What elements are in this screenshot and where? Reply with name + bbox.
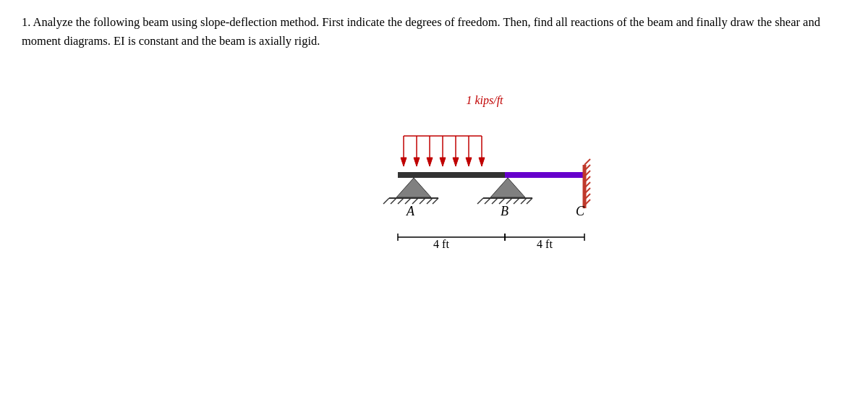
support-a bbox=[383, 178, 438, 204]
svg-line-22 bbox=[405, 198, 411, 204]
svg-line-33 bbox=[506, 198, 512, 204]
node-a-label: A bbox=[406, 204, 415, 218]
beam-diagram: A B C 4 ft 4 ft bbox=[347, 114, 622, 331]
page: 1. Analyze the following beam using slop… bbox=[0, 0, 868, 402]
node-c-label: C bbox=[576, 204, 585, 218]
svg-line-29 bbox=[477, 198, 483, 204]
svg-line-36 bbox=[527, 198, 532, 204]
svg-marker-13 bbox=[466, 158, 472, 166]
svg-rect-16 bbox=[505, 172, 584, 178]
svg-line-19 bbox=[383, 198, 389, 204]
svg-line-20 bbox=[391, 198, 396, 204]
svg-line-25 bbox=[427, 198, 433, 204]
svg-line-38 bbox=[584, 159, 590, 165]
svg-marker-17 bbox=[396, 178, 431, 197]
support-b bbox=[477, 178, 532, 204]
svg-line-30 bbox=[485, 198, 490, 204]
problem-body: Analyze the following beam using slope-d… bbox=[22, 15, 820, 48]
svg-marker-11 bbox=[440, 158, 446, 166]
svg-line-26 bbox=[433, 198, 438, 204]
load-label: 1 kips/ft bbox=[466, 94, 503, 107]
node-b-label: B bbox=[501, 204, 509, 218]
svg-line-24 bbox=[420, 198, 425, 204]
problem-number: 1. bbox=[22, 15, 30, 29]
svg-line-31 bbox=[492, 198, 498, 204]
svg-marker-27 bbox=[490, 178, 525, 197]
svg-line-35 bbox=[521, 198, 527, 204]
svg-marker-10 bbox=[427, 158, 433, 166]
support-c bbox=[584, 159, 590, 208]
svg-rect-15 bbox=[398, 172, 505, 178]
svg-marker-9 bbox=[414, 158, 420, 166]
dim-right: 4 ft bbox=[537, 238, 553, 250]
svg-line-32 bbox=[499, 198, 505, 204]
problem-text: 1. Analyze the following beam using slop… bbox=[22, 13, 846, 50]
svg-line-21 bbox=[398, 198, 404, 204]
dim-left: 4 ft bbox=[433, 238, 449, 250]
svg-marker-14 bbox=[479, 158, 485, 166]
svg-line-23 bbox=[412, 198, 418, 204]
svg-line-34 bbox=[514, 198, 519, 204]
svg-marker-12 bbox=[453, 158, 459, 166]
svg-marker-8 bbox=[401, 158, 407, 166]
diagram-area: 1 kips/ft bbox=[347, 94, 622, 333]
